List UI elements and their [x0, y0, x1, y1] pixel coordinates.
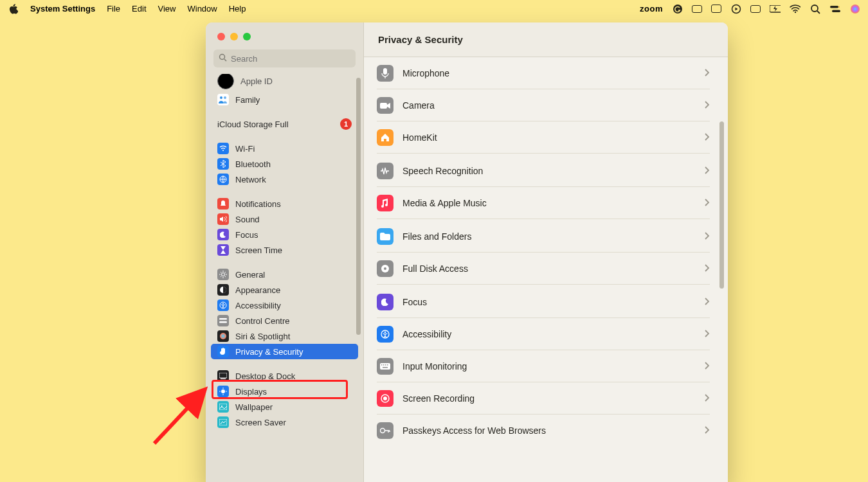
- sidebar-item-sound[interactable]: Sound: [211, 211, 358, 227]
- sidebar-item-privacy-security[interactable]: Privacy & Security: [211, 344, 358, 359]
- mic-icon: [377, 65, 393, 82]
- svg-point-11: [220, 55, 225, 60]
- sidebar-item-notifications[interactable]: Notifications: [211, 196, 358, 211]
- chevron-right-icon: [705, 361, 710, 372]
- battery-icon[interactable]: [770, 3, 781, 14]
- settings-row-passkeys-access-for-web-browsers[interactable]: Passkeys Access for Web Browsers: [377, 415, 710, 447]
- sidebar-item-label: iCloud Storage Full: [217, 120, 289, 129]
- moon-icon: [217, 229, 229, 240]
- wifi-icon[interactable]: [790, 3, 800, 14]
- sidebar-item-bluetooth[interactable]: Bluetooth: [211, 156, 358, 172]
- svg-rect-22: [219, 321, 227, 323]
- moon-icon: [377, 294, 393, 310]
- menu-help[interactable]: Help: [229, 4, 246, 13]
- grammarly-icon[interactable]: [672, 3, 683, 14]
- search-input[interactable]: [231, 54, 350, 64]
- main-scroll[interactable]: BluetoothMicrophoneCameraHomeKitSpeech R…: [364, 57, 728, 482]
- status-app-icon[interactable]: [692, 5, 702, 13]
- home-icon: [377, 129, 393, 146]
- sidebar-item-icloud-storage[interactable]: iCloud Storage Full 1: [211, 116, 358, 132]
- menubar-left: System Settings File Edit View Window He…: [8, 3, 246, 14]
- minimize-window-button[interactable]: [230, 33, 238, 40]
- menu-edit[interactable]: Edit: [132, 4, 146, 13]
- siri-icon[interactable]: [849, 3, 860, 14]
- main-scrollbar[interactable]: [719, 121, 724, 289]
- sidebar-item-network[interactable]: Network: [211, 172, 358, 187]
- settings-row-label: Media & Apple Music: [402, 198, 487, 208]
- search-field[interactable]: [213, 49, 356, 67]
- control-center-icon[interactable]: [829, 3, 840, 14]
- settings-row-files-and-folders[interactable]: Files and Folders: [377, 220, 710, 253]
- sidebar-item-label: Network: [235, 175, 266, 184]
- menu-window[interactable]: Window: [187, 4, 217, 13]
- settings-row-camera[interactable]: Camera: [377, 89, 710, 121]
- settings-row-screen-recording[interactable]: Screen Recording: [377, 382, 710, 415]
- svg-rect-25: [221, 379, 226, 379]
- play-circle-icon[interactable]: [730, 3, 741, 14]
- settings-row-speech-recognition[interactable]: Speech Recognition: [377, 155, 710, 187]
- chevron-right-icon: [705, 328, 710, 340]
- settings-row-microphone[interactable]: Microphone: [377, 57, 710, 89]
- svg-point-13: [220, 96, 222, 99]
- sidebar-item-label: General: [235, 270, 265, 280]
- sidebar-item-label: Wi-Fi: [235, 144, 255, 154]
- settings-row-media-apple-music[interactable]: Media & Apple Music: [377, 187, 710, 219]
- svg-rect-31: [380, 103, 387, 109]
- sidebar-item-siri-spotlight[interactable]: Siri & Spotlight: [211, 328, 358, 344]
- sidebar-item-family[interactable]: Family: [211, 92, 358, 107]
- svg-rect-40: [387, 364, 388, 366]
- sidebar-item-displays[interactable]: Displays: [211, 384, 358, 399]
- chevron-right-icon: [705, 263, 710, 274]
- svg-point-44: [381, 429, 385, 433]
- svg-rect-39: [385, 364, 386, 366]
- spotlight-icon[interactable]: [809, 3, 820, 14]
- sidebar-item-apple-id[interactable]: Apple ID: [211, 74, 358, 92]
- settings-row-input-monitoring[interactable]: Input Monitoring: [377, 350, 710, 382]
- chevron-right-icon: [705, 100, 710, 111]
- svg-point-33: [384, 267, 386, 270]
- sidebar-scroll[interactable]: Apple ID Family iCloud Storage Full 1 Wi…: [206, 74, 363, 482]
- sidebar-item-general[interactable]: General: [211, 267, 358, 282]
- menu-file[interactable]: File: [107, 4, 120, 13]
- speaker-icon: [217, 213, 229, 225]
- sidebar-item-desktop-dock[interactable]: Desktop & Dock: [211, 368, 358, 384]
- svg-line-6: [817, 11, 820, 13]
- svg-rect-37: [381, 364, 383, 366]
- bluetooth-icon: [217, 158, 229, 170]
- settings-row-accessibility[interactable]: Accessibility: [377, 318, 710, 350]
- settings-row-label: Screen Recording: [402, 393, 475, 404]
- svg-point-5: [811, 5, 818, 12]
- sidebar-item-appearance[interactable]: Appearance: [211, 282, 358, 298]
- page-title: Privacy & Security: [378, 34, 463, 45]
- sidebar-item-wallpaper[interactable]: Wallpaper: [211, 399, 358, 415]
- zoom-menu-icon[interactable]: zoom: [640, 4, 663, 13]
- stage-manager-icon[interactable]: [750, 5, 761, 13]
- sidebar-item-focus[interactable]: Focus: [211, 227, 358, 242]
- sidebar-item-label: Displays: [235, 387, 267, 397]
- sidebar-item-accessibility[interactable]: Accessibility: [211, 298, 358, 313]
- settings-row-focus[interactable]: Focus: [377, 286, 710, 318]
- chevron-right-icon: [705, 197, 710, 209]
- settings-row-full-disk-access[interactable]: Full Disk Access: [377, 253, 710, 285]
- menu-view[interactable]: View: [158, 4, 176, 13]
- sidebar-item-label: Wallpaper: [235, 402, 273, 412]
- settings-row-label: Camera: [402, 100, 435, 111]
- settings-row-homekit[interactable]: HomeKit: [377, 121, 710, 154]
- music-icon: [377, 195, 393, 211]
- maximize-window-button[interactable]: [243, 33, 251, 40]
- sidebar-item-label: Control Centre: [235, 316, 290, 326]
- apple-logo-icon[interactable]: [8, 3, 19, 14]
- sidebar-item-wifi[interactable]: Wi-Fi: [211, 141, 358, 156]
- display-icon[interactable]: [711, 4, 721, 13]
- keyboard-icon: [377, 358, 393, 375]
- settings-list: BluetoothMicrophoneCameraHomeKitSpeech R…: [377, 57, 710, 447]
- svg-line-12: [224, 59, 226, 61]
- close-window-button[interactable]: [217, 33, 225, 40]
- app-name[interactable]: System Settings: [30, 4, 95, 13]
- sidebar: Apple ID Family iCloud Storage Full 1 Wi…: [206, 22, 364, 482]
- gear-icon: [217, 269, 229, 280]
- sidebar-item-screen-time[interactable]: Screen Time: [211, 242, 358, 258]
- sidebar-item-control-centre[interactable]: Control Centre: [211, 313, 358, 328]
- sidebar-item-screen-saver[interactable]: Screen Saver: [211, 415, 358, 430]
- svg-point-43: [383, 397, 387, 400]
